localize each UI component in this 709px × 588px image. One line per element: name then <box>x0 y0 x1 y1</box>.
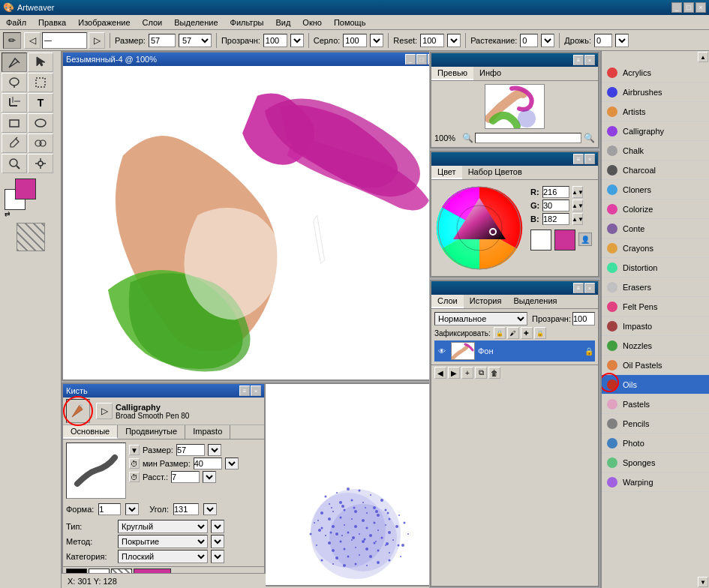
brush-list-item-charcoal[interactable]: Charcoal <box>602 160 709 180</box>
lock-move-btn[interactable]: ✚ <box>521 327 533 339</box>
brush-list-item-oils[interactable]: Oils <box>602 375 709 394</box>
type-expand[interactable]: ▼ <box>211 520 224 533</box>
brush-list-item-photo[interactable]: Photo <box>602 434 709 453</box>
color-wheel-container[interactable] <box>434 183 524 273</box>
preview-close-btn[interactable]: × <box>584 55 595 65</box>
brush-list-scroll-down[interactable]: ▼ <box>698 577 708 587</box>
preview-settings-btn[interactable]: ≡ <box>573 55 584 65</box>
menu-select[interactable]: Выделение <box>171 17 221 28</box>
canvas-content[interactable] <box>63 66 429 380</box>
reset-input[interactable] <box>420 34 444 47</box>
brush-list-item-cloners[interactable]: Cloners <box>602 180 709 200</box>
brush-list-item-felt-pens[interactable]: Felt Pens <box>602 297 709 316</box>
reset-dropdown[interactable]: ▼ <box>447 34 461 47</box>
color-close-btn[interactable]: × <box>584 154 595 164</box>
pan-tool[interactable] <box>28 154 53 173</box>
marquee-tool[interactable] <box>28 73 53 92</box>
brush-list-item-artists[interactable]: Artists <box>602 102 709 122</box>
flow-input[interactable] <box>343 34 367 47</box>
crop-tool[interactable] <box>2 93 27 112</box>
canvas-close[interactable]: × <box>428 54 429 64</box>
clock-icon[interactable]: ⏱ <box>129 458 140 469</box>
clone-tool[interactable] <box>28 134 53 153</box>
tab-history[interactable]: История <box>464 295 508 308</box>
size-param-dropdown[interactable]: ▼ <box>208 444 221 456</box>
opacity-input[interactable] <box>263 34 287 47</box>
brush-list-item-acrylics[interactable]: Acrylics <box>602 63 709 82</box>
zoom-out-icon[interactable]: 🔍 <box>461 132 473 144</box>
brush-icon-display[interactable] <box>66 399 90 423</box>
layer-nav-down[interactable]: ▶ <box>448 367 460 379</box>
brush-list-item-calligraphy[interactable]: Calligraphy <box>602 122 709 141</box>
layers-settings-btn[interactable]: ≡ <box>573 283 584 293</box>
brush-list-scroll-up[interactable]: ▲ <box>698 52 708 62</box>
close-button[interactable]: × <box>695 2 706 13</box>
spacing-icon[interactable]: ⏱ <box>129 472 140 482</box>
flow-dropdown[interactable]: ▼ <box>370 34 383 47</box>
brush-panel-close[interactable]: × <box>251 386 261 396</box>
toolbar-pen-tool[interactable]: ✏ <box>3 32 21 49</box>
selection-tool[interactable] <box>28 52 53 72</box>
pattern-swatch[interactable] <box>17 223 45 251</box>
brush-list-item-crayons[interactable]: Crayons <box>602 238 709 258</box>
color-settings-btn[interactable]: ≡ <box>573 154 584 164</box>
brush-list-item-nozzles[interactable]: Nozzles <box>602 336 709 356</box>
brush-list-item-warping[interactable]: Warping <box>602 472 709 492</box>
menu-filters[interactable]: Фильтры <box>227 17 267 28</box>
canvas-maximize[interactable]: □ <box>416 54 427 64</box>
toolbar-brush-next[interactable]: ▷ <box>89 32 105 49</box>
layer-nav-up[interactable]: ◀ <box>434 367 446 379</box>
brush-panel-settings[interactable]: ≡ <box>239 386 250 396</box>
brush-list-item-sponges[interactable]: Sponges <box>602 453 709 472</box>
zoom-in-icon[interactable]: 🔍 <box>583 132 595 144</box>
swap-colors-icon[interactable]: ⇄ <box>5 210 11 218</box>
b-input[interactable] <box>542 213 569 225</box>
color-prev-bg[interactable] <box>530 230 551 250</box>
menu-view[interactable]: Вид <box>272 17 293 28</box>
type-select[interactable]: Круглый <box>118 520 208 533</box>
blend-mode-select[interactable]: Нормальное <box>434 312 527 326</box>
tab-impasto[interactable]: Impasto <box>185 425 230 439</box>
g-input[interactable] <box>542 200 569 212</box>
paint-brush-tool[interactable] <box>2 52 27 72</box>
magnify-tool[interactable] <box>2 154 27 173</box>
tab-advanced[interactable]: Продвинутые <box>118 425 185 439</box>
minsize-param-dropdown[interactable]: ▼ <box>225 458 239 470</box>
lasso-tool[interactable] <box>2 73 27 92</box>
scatter-dropdown[interactable]: ▼ <box>541 34 554 47</box>
rect-select-tool[interactable] <box>2 113 27 133</box>
tab-preview[interactable]: Превью <box>431 67 473 80</box>
tab-layers[interactable]: Слои <box>431 295 464 308</box>
method-select[interactable]: Покрытие <box>118 535 208 548</box>
brush-list-item-conte[interactable]: Conte <box>602 219 709 238</box>
menu-image[interactable]: Изображение <box>75 17 133 28</box>
lock-alpha-btn[interactable]: 🔒 <box>494 327 506 339</box>
shape-input[interactable] <box>98 503 121 515</box>
menu-edit[interactable]: Правка <box>35 17 69 28</box>
delete-layer-btn[interactable]: 🗑 <box>488 367 500 379</box>
lock-all-btn[interactable]: 🔒 <box>534 327 546 339</box>
brush-list-item-erasers[interactable]: Erasers <box>602 278 709 297</box>
size-input[interactable] <box>149 34 176 47</box>
r-spinner[interactable]: ▲▼ <box>572 186 583 198</box>
text-tool[interactable]: T <box>28 93 53 112</box>
opacity-dropdown[interactable]: ▼ <box>290 34 304 47</box>
menu-window[interactable]: Окно <box>299 17 325 28</box>
layer-opacity-input[interactable] <box>572 312 595 326</box>
brush-selector-arrow[interactable]: ▷ <box>96 403 113 419</box>
g-spinner[interactable]: ▲▼ <box>572 200 583 212</box>
b-spinner[interactable]: ▲▼ <box>572 213 583 225</box>
size-triangle-btn[interactable]: ▼ <box>129 445 140 455</box>
tab-swatches[interactable]: Набор Цветов <box>462 166 528 179</box>
layer-visibility-icon[interactable]: 👁 <box>436 345 448 357</box>
add-layer-btn[interactable]: + <box>461 367 473 379</box>
size-dropdown[interactable]: 57 <box>179 34 212 47</box>
r-input[interactable] <box>542 186 569 198</box>
spacing-param-dropdown[interactable]: ▼ <box>203 471 216 483</box>
zoom-slider[interactable] <box>475 133 581 143</box>
brush-list-item-colorize[interactable]: Colorize <box>602 200 709 219</box>
layers-close-btn[interactable]: × <box>584 283 595 293</box>
color-prev-fg[interactable] <box>554 230 575 250</box>
foreground-color-swatch[interactable] <box>15 178 36 200</box>
layer-row-active[interactable]: 👁 Фон 🔒 <box>434 340 595 362</box>
